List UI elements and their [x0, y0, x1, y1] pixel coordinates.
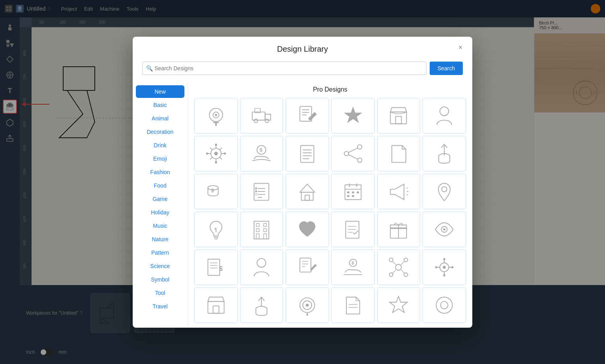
nav-item-game[interactable]: Game	[136, 193, 184, 205]
design-icon-person[interactable]	[423, 98, 466, 133]
svg-rect-115	[264, 223, 267, 226]
search-icon: 🔍	[146, 65, 153, 71]
design-icon-hand-coin[interactable]: $	[240, 136, 284, 171]
nav-item-nature[interactable]: Nature	[136, 233, 184, 246]
svg-line-67	[210, 157, 212, 159]
nav-item-tool[interactable]: Tool	[136, 287, 184, 299]
design-icon-circle[interactable]	[423, 287, 466, 323]
svg-rect-46	[252, 112, 265, 120]
svg-line-66	[220, 148, 222, 150]
search-input-wrap: 🔍	[142, 62, 427, 75]
svg-line-105	[407, 188, 408, 188]
section-title: Pro Designs	[194, 86, 466, 93]
nav-item-pattern[interactable]: Pattern	[136, 246, 184, 259]
svg-point-45	[215, 114, 217, 116]
nav-item-travel[interactable]: Travel	[136, 300, 184, 313]
design-icon-invoice[interactable]: $	[194, 250, 238, 285]
design-library-modal: Design Library × 🔍 Search New Basic Anim…	[133, 37, 472, 328]
svg-point-170	[441, 301, 448, 309]
svg-rect-95	[305, 195, 310, 200]
design-icon-person2[interactable]	[240, 250, 284, 285]
design-icon-document-lines[interactable]	[286, 136, 329, 171]
design-icon-store2[interactable]	[194, 287, 238, 323]
design-icon-document-check[interactable]	[331, 212, 375, 247]
design-icon-target2[interactable]	[286, 287, 329, 323]
icon-grid-area[interactable]: Pro Designs	[188, 81, 472, 328]
nav-item-new[interactable]: New	[136, 85, 184, 98]
svg-rect-117	[264, 229, 267, 231]
design-icon-hand-up2[interactable]	[240, 287, 284, 323]
svg-point-142	[396, 264, 402, 270]
svg-rect-74	[301, 145, 314, 162]
design-icon-document-blank[interactable]	[377, 136, 421, 171]
svg-rect-116	[256, 229, 259, 231]
nav-item-animal[interactable]: Animal	[136, 112, 184, 125]
svg-point-169	[436, 297, 453, 313]
design-icon-share[interactable]	[331, 136, 375, 171]
design-icon-virus[interactable]	[194, 136, 238, 171]
design-icon-truck[interactable]	[240, 98, 284, 133]
modal-header: Design Library ×	[133, 37, 472, 58]
design-icon-gift[interactable]	[377, 212, 421, 247]
nav-item-fashion[interactable]: Fashion	[136, 166, 184, 178]
svg-rect-102	[357, 191, 359, 193]
search-button[interactable]: Search	[430, 62, 463, 75]
design-icon-heart[interactable]	[286, 212, 329, 247]
design-icon-document-edit[interactable]	[286, 98, 329, 133]
svg-point-81	[357, 158, 362, 162]
svg-rect-119	[264, 234, 267, 239]
design-icon-star2[interactable]	[377, 287, 421, 323]
nav-item-science[interactable]: Science	[136, 260, 184, 272]
nav-item-drink[interactable]: Drink	[136, 139, 184, 152]
svg-text:$: $	[211, 188, 214, 193]
design-icon-megaphone[interactable]	[377, 174, 421, 209]
svg-point-108	[442, 186, 447, 191]
design-icon-building[interactable]	[240, 212, 284, 247]
design-icon-document2[interactable]	[331, 287, 375, 323]
nav-item-symbol[interactable]: Symbol	[136, 273, 184, 286]
svg-text:$: $	[260, 147, 263, 153]
icon-grid: $ $	[194, 98, 466, 323]
design-icon-target[interactable]	[194, 98, 238, 133]
svg-point-57	[440, 107, 449, 115]
svg-rect-92	[256, 190, 257, 192]
design-icon-checklist[interactable]	[240, 174, 284, 209]
svg-rect-120	[346, 221, 359, 238]
svg-rect-93	[256, 193, 257, 195]
svg-rect-103	[347, 195, 349, 197]
svg-rect-161	[208, 301, 224, 313]
design-icon-eye[interactable]	[423, 212, 466, 247]
design-icon-lightbulb[interactable]	[194, 212, 238, 247]
svg-text:$: $	[219, 265, 223, 272]
design-icon-coins[interactable]: $	[194, 174, 238, 209]
design-icon-virus2[interactable]	[423, 250, 466, 285]
search-input[interactable]	[142, 62, 427, 75]
nav-item-decoration[interactable]: Decoration	[136, 126, 184, 138]
nav-item-music[interactable]: Music	[136, 220, 184, 232]
design-icon-house[interactable]	[286, 174, 329, 209]
modal-close-button[interactable]: ×	[455, 42, 466, 53]
svg-marker-168	[390, 296, 408, 312]
design-icon-location[interactable]	[423, 174, 466, 209]
design-icon-document-pen[interactable]	[286, 250, 329, 285]
design-icon-star[interactable]	[331, 98, 375, 133]
svg-rect-100	[347, 191, 349, 193]
design-icon-hand-coin2[interactable]: $	[331, 250, 375, 285]
design-icon-hand-up[interactable]	[423, 136, 466, 171]
svg-point-69	[215, 161, 217, 163]
svg-rect-135	[300, 258, 311, 272]
svg-line-150	[401, 270, 404, 273]
svg-point-146	[404, 273, 408, 276]
design-icon-network[interactable]	[377, 250, 421, 285]
nav-item-basic[interactable]: Basic	[136, 99, 184, 111]
svg-rect-94	[301, 192, 313, 200]
svg-text:$: $	[351, 261, 354, 265]
nav-item-food[interactable]: Food	[136, 179, 184, 192]
nav-item-emoji[interactable]: Emoji	[136, 152, 184, 165]
design-icon-store[interactable]	[377, 98, 421, 133]
svg-point-152	[443, 266, 445, 268]
nav-item-holiday[interactable]: Holiday	[136, 206, 184, 219]
design-icon-calendar[interactable]	[331, 174, 375, 209]
svg-point-71	[224, 152, 226, 155]
svg-line-82	[349, 148, 357, 152]
